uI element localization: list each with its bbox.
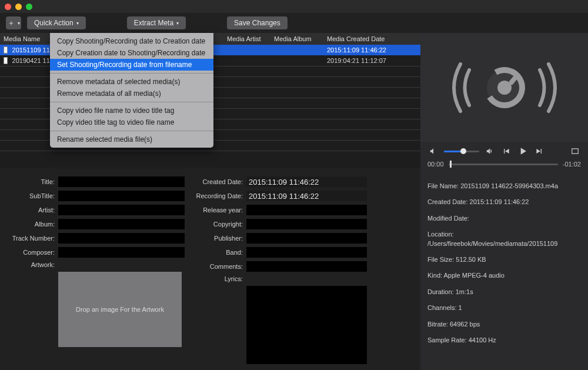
- quick-action-menu: Copy Shooting/Recording date to Creation…: [50, 33, 213, 148]
- col-header-created[interactable]: Media Created Date: [323, 35, 412, 42]
- label-band: Band:: [191, 249, 246, 256]
- save-changes-button[interactable]: Save Changes: [227, 16, 288, 29]
- chevron-down-icon: ▾: [76, 21, 79, 26]
- label-artist: Artist:: [2, 206, 58, 214]
- chevron-down-icon: ▾: [176, 21, 179, 26]
- quick-action-label: Quick Action: [34, 19, 74, 27]
- track-number-field[interactable]: [58, 233, 185, 244]
- close-window-button[interactable]: [5, 4, 11, 10]
- menu-item[interactable]: Copy video title tag to video file name: [50, 116, 213, 128]
- volume-low-icon: [427, 145, 439, 157]
- lyrics-field[interactable]: [246, 286, 367, 364]
- label-artwork: Artwork:: [2, 261, 58, 268]
- comments-field[interactable]: [246, 261, 367, 272]
- label-lyrics: Lyrics:: [191, 275, 246, 282]
- created-date-field[interactable]: 2015:11:09 11:46:22: [246, 176, 367, 187]
- menu-item[interactable]: Copy Shooting/Recording date to Creation…: [50, 35, 213, 47]
- label-album: Album:: [2, 221, 58, 228]
- menu-item[interactable]: Rename selected media file(s): [50, 134, 213, 145]
- menu-item[interactable]: Set Shooting/Recording date from filenam…: [50, 59, 213, 71]
- release-year-field[interactable]: [246, 205, 367, 215]
- info-label: File Name:: [427, 182, 459, 189]
- subtitle-field[interactable]: [58, 191, 185, 201]
- info-label: Created Date:: [427, 198, 467, 205]
- info-value: /Users/fireebok/Movies/mediamata/2015110…: [427, 240, 557, 247]
- info-value: 44100 Hz: [469, 336, 496, 344]
- info-label: Sample Rate:: [427, 336, 467, 344]
- info-value: Apple MPEG-4 audio: [444, 272, 505, 279]
- cell-date: 2019:04:21 11:12:07: [323, 57, 412, 64]
- remaining-time: -01:02: [563, 161, 581, 168]
- step-forward-button[interactable]: [533, 145, 545, 157]
- player-controls: [420, 142, 588, 159]
- label-created-date: Created Date:: [191, 178, 246, 185]
- volume-high-icon: [484, 145, 496, 157]
- toolbar: ＋▾ Quick Action▾ Extract Meta▾ Save Chan…: [0, 13, 588, 33]
- player-art: [420, 33, 588, 142]
- info-label: Duration:: [427, 288, 454, 295]
- label-publisher: Publisher:: [191, 235, 246, 242]
- quick-action-button[interactable]: Quick Action▾: [27, 16, 86, 29]
- info-value: 1m:1s: [456, 288, 473, 295]
- extract-meta-button[interactable]: Extract Meta▾: [127, 16, 186, 29]
- artist-field[interactable]: [58, 205, 185, 215]
- zoom-window-button[interactable]: [26, 4, 32, 10]
- publisher-field[interactable]: [246, 233, 367, 244]
- label-subtitle: SubTitle:: [2, 192, 58, 199]
- metadata-editor: Title: SubTitle: Artist: Album: Track Nu…: [0, 168, 420, 370]
- add-media-button[interactable]: ＋▾: [6, 16, 21, 29]
- info-label: Kind:: [427, 272, 442, 279]
- album-field[interactable]: [58, 219, 185, 229]
- step-back-button[interactable]: [500, 145, 512, 157]
- play-button[interactable]: [517, 145, 529, 157]
- info-label: Location:: [427, 231, 454, 238]
- time-row: 00:00 -01:02: [420, 159, 588, 172]
- seek-slider[interactable]: [449, 164, 558, 165]
- info-label: Modified Date:: [427, 215, 469, 222]
- fullscreen-icon[interactable]: [569, 145, 581, 157]
- info-value: 512.50 KB: [456, 256, 486, 263]
- audio-visual-icon: [443, 52, 566, 123]
- label-comments: Comments:: [191, 263, 246, 270]
- recording-date-field[interactable]: 2015:11:09 11:46:22: [246, 191, 367, 201]
- info-value: 20151109 114622-59964303.m4a: [460, 182, 558, 189]
- label-title: Title:: [2, 178, 58, 185]
- label-track-number: Track Number:: [2, 235, 58, 242]
- label-composer: Composer:: [2, 249, 58, 256]
- menu-item[interactable]: Copy Creation date to Shooting/Recording…: [50, 47, 213, 59]
- window-chrome: [0, 0, 588, 13]
- col-header-album[interactable]: Media Album: [270, 35, 323, 42]
- label-recording-date: Recording Date:: [191, 192, 246, 199]
- info-label: Bitrate:: [427, 321, 448, 328]
- volume-slider[interactable]: [444, 151, 479, 152]
- artwork-dropzone[interactable]: Drop an image For the Artwork: [58, 272, 182, 347]
- col-header-artist[interactable]: Media Artist: [223, 35, 270, 42]
- menu-item[interactable]: Remove metadata of selected media(s): [50, 76, 213, 88]
- info-value: 1: [459, 304, 462, 311]
- info-value: 64962 bps: [450, 321, 480, 328]
- info-value: 2015:11:09 11:46:22: [470, 198, 529, 205]
- cell-date: 2015:11:09 11:46:22: [323, 46, 412, 54]
- composer-field[interactable]: [58, 247, 185, 258]
- current-time: 00:00: [427, 161, 444, 168]
- menu-item[interactable]: Copy video file name to video title tag: [50, 105, 213, 116]
- title-field[interactable]: [58, 176, 185, 187]
- label-release-year: Release year:: [191, 206, 246, 214]
- info-label: Channels:: [427, 304, 457, 311]
- band-field[interactable]: [246, 247, 367, 258]
- menu-item[interactable]: Remove metadata of all media(s): [50, 88, 213, 99]
- copyright-field[interactable]: [246, 219, 367, 229]
- extract-meta-label: Extract Meta: [134, 19, 173, 27]
- file-info-pane: File Name: 20151109 114622-59964303.m4a …: [420, 172, 588, 361]
- label-copyright: Copyright:: [191, 221, 246, 228]
- info-label: File Size:: [427, 256, 454, 263]
- minimize-window-button[interactable]: [15, 4, 22, 10]
